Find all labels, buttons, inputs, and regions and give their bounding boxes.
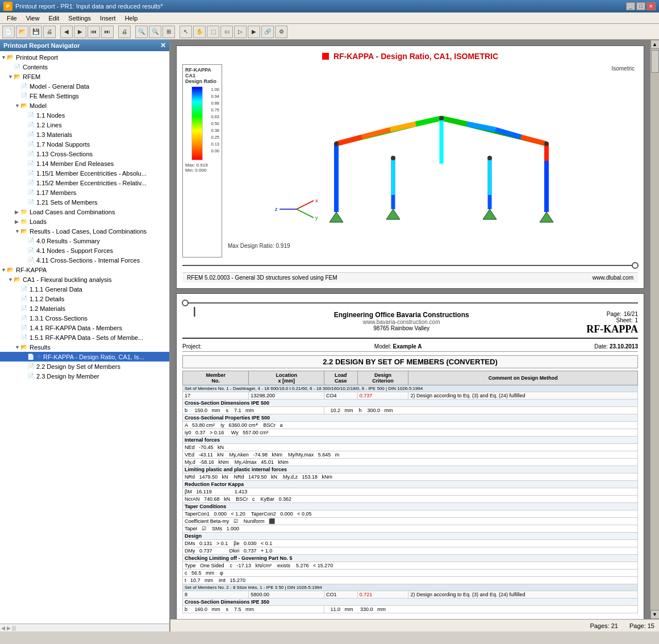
tree-item-results-lc[interactable]: ▼📂Results - Load Cases, Load Combination… bbox=[0, 226, 169, 236]
tree-item-results-summary[interactable]: 📄4.0 Results - Summary bbox=[0, 236, 169, 246]
tools-button[interactable]: ⚙ bbox=[275, 26, 287, 38]
menu-edit[interactable]: Edit bbox=[44, 14, 64, 23]
tree-item-details[interactable]: 📄1.1.2 Details bbox=[0, 294, 169, 304]
member-row-8: 8 5800.00 CO1 0.721 2) Design according … bbox=[183, 591, 638, 599]
tree-item-member-ecc-abs[interactable]: 📄1.15/1 Member Eccentricities - Absolu..… bbox=[0, 168, 169, 178]
open-button[interactable]: 📂 bbox=[16, 26, 28, 38]
tree-item-results2[interactable]: ▼📂Results bbox=[0, 342, 169, 352]
close-button[interactable]: ✕ bbox=[647, 2, 656, 10]
window-controls[interactable]: _ □ ✕ bbox=[626, 2, 656, 10]
tree-item-nodal-supports[interactable]: 📄1.7 Nodal Supports bbox=[0, 139, 169, 149]
forward-button[interactable]: ▶ bbox=[74, 26, 86, 38]
company-name: Engineering Office Bavaria Constructions bbox=[216, 311, 586, 319]
content-with-scroll: RF-KAPPA - Design Ratio, CA1, ISOMETRIC … bbox=[170, 40, 659, 619]
tree-item-lines[interactable]: 📄1.2 Lines bbox=[0, 120, 169, 130]
taper-label: Taper Conditions bbox=[183, 503, 638, 510]
save-button[interactable]: 💾 bbox=[30, 26, 42, 38]
cross-section-2-label: Cross-Section Dimensions IPE 350 bbox=[183, 599, 638, 606]
tree-item-general-data[interactable]: 📄1.1.1 General Data bbox=[0, 284, 169, 294]
tree-item-members[interactable]: 📄1.17 Members bbox=[0, 188, 169, 197]
tree-item-printout[interactable]: ▼📂Printout Report bbox=[0, 52, 169, 62]
scroll-down-button[interactable]: ▼ bbox=[650, 610, 660, 619]
tree-item-rf-kappa-members[interactable]: 📄1.4.1 RF-KAPPA Data - Members bbox=[0, 323, 169, 333]
select4-button[interactable]: ▶ bbox=[248, 26, 260, 38]
force-row-myd: My,d -58.16 kNm My,Almax 45.01 kNm bbox=[183, 459, 638, 466]
zoom-out-button[interactable]: 🔍 bbox=[149, 26, 161, 38]
tree-item-materials2[interactable]: 📄1.2 Materials bbox=[0, 304, 169, 313]
select-button[interactable]: ⬚ bbox=[207, 26, 219, 38]
navigator-close[interactable]: ✕ bbox=[160, 41, 166, 49]
scroll-thumb[interactable] bbox=[651, 50, 659, 73]
back-button[interactable]: ◀ bbox=[60, 26, 73, 38]
tree-item-sets-members[interactable]: 📄1.21 Sets of Members bbox=[0, 197, 169, 207]
page-label: Page: bbox=[607, 311, 622, 317]
zoom-fit-button[interactable]: ⊞ bbox=[162, 26, 175, 38]
checking-label: Checking Limiting off - Governing Part N… bbox=[183, 555, 638, 562]
member-no-2: 8 bbox=[183, 591, 249, 599]
company-url: www.bavaria-construction.com bbox=[216, 319, 586, 325]
minimize-button[interactable]: _ bbox=[626, 2, 635, 10]
tree-item-nodes-support[interactable]: 📄4.1 Nodes - Support Forces bbox=[0, 246, 169, 255]
select3-button[interactable]: ▷ bbox=[234, 26, 247, 38]
select2-button[interactable]: ▭ bbox=[220, 26, 233, 38]
design-row-1: DMs 0.131 > 0.1 βe 0.030 < 0.1 bbox=[183, 540, 638, 547]
tree-item-member-end-releases[interactable]: 📄1.14 Member End Releases bbox=[0, 159, 169, 168]
nav-hscroll[interactable]: ◀ ▶ ||| bbox=[0, 624, 169, 631]
zoom-in-button[interactable]: 🔍 bbox=[135, 26, 148, 38]
tree-item-rfem[interactable]: ▼📂RFEM bbox=[0, 72, 169, 81]
maximize-button[interactable]: □ bbox=[636, 2, 645, 10]
menu-help[interactable]: Help bbox=[120, 14, 143, 23]
separator-3 bbox=[132, 26, 134, 38]
force-row-ned: NEd -70.45 kN bbox=[183, 444, 638, 451]
dim-b: b 150.0 mm s 7.1 mm bbox=[183, 407, 324, 414]
check-t: t 10.7 mm imt 15.270 bbox=[183, 577, 638, 584]
tree-item-design-by-member[interactable]: 📄2.3 Design by Member bbox=[0, 371, 169, 381]
page-info: Page:16/21 Sheet:1 RF-KAPPA bbox=[586, 311, 638, 335]
reduction-bm: βM 16.119 1.413 bbox=[183, 488, 638, 496]
tree-item-cross-internal[interactable]: 📄4.11 Cross-Sections - Internal Forces bbox=[0, 255, 169, 265]
tree-item-model[interactable]: ▼📂Model bbox=[0, 101, 169, 110]
design-dmy: DMy 0.737 Dkiri 0.737 + 1.0 bbox=[183, 547, 638, 555]
cursor-button[interactable]: ↖ bbox=[180, 26, 192, 38]
tree-item-member-ecc-rel[interactable]: 📄1.15/2 Member Eccentricities - Relativ.… bbox=[0, 178, 169, 188]
cross-section-title-row: Cross-Section Dimensions IPE 500 bbox=[183, 400, 638, 407]
scroll-up-button[interactable]: ▲ bbox=[650, 40, 660, 49]
company-project: 98765 Rainbow Valley bbox=[216, 325, 586, 331]
tree-item-cross-sections[interactable]: 📄1.13 Cross-Sections bbox=[0, 149, 169, 159]
tree-item-loads[interactable]: ▶📁Loads bbox=[0, 217, 169, 226]
menu-view[interactable]: View bbox=[22, 14, 44, 23]
tree-item-design-ratio[interactable]: 📄👁RF-KAPPA - Design Ratio, CA1, Is... bbox=[0, 352, 169, 362]
tree-item-load-cases[interactable]: ▶📁Load Cases and Combinations bbox=[0, 207, 169, 217]
tree-item-cross-sections2[interactable]: 📄1.3.1 Cross-Sections bbox=[0, 313, 169, 323]
tree-item-model-general[interactable]: 📄Model - General Data bbox=[0, 81, 169, 91]
tree-label-member-end-releases: 1.14 Member End Releases bbox=[36, 160, 114, 167]
first-button[interactable]: ⏮ bbox=[87, 26, 100, 38]
check-type: Type One Sided c -17.13 kN/cm² exists 5.… bbox=[183, 562, 638, 570]
tree-item-materials[interactable]: 📄1.3 Materials bbox=[0, 130, 169, 139]
menu-insert[interactable]: Insert bbox=[95, 14, 120, 23]
tree-item-ca1[interactable]: ▼📂CA1 - Flexural buckling analysis bbox=[0, 275, 169, 284]
tree-item-contents[interactable]: 📄Contents bbox=[0, 62, 169, 72]
new-button[interactable]: 📄 bbox=[2, 26, 15, 38]
prop-row-1: A 53.80 cm² Iy 6360.00 cm⁴ BSCr a bbox=[183, 422, 638, 429]
print-button[interactable]: 🖨 bbox=[43, 26, 56, 38]
vertical-scrollbar[interactable]: ▲ ▼ bbox=[650, 40, 659, 619]
page-view[interactable]: RF-KAPPA - Design Ratio, CA1, ISOMETRIC … bbox=[170, 40, 650, 619]
legend-min: Min: 0.000 bbox=[185, 168, 219, 173]
menu-file[interactable]: File bbox=[2, 14, 22, 23]
last-button[interactable]: ⏭ bbox=[101, 26, 114, 38]
tree-item-rf-kappa[interactable]: ▼📂RF-KAPPA bbox=[0, 265, 169, 275]
tree-item-fe-mesh[interactable]: 📄FE Mesh Settings bbox=[0, 91, 169, 101]
tree-item-rf-kappa-sets[interactable]: 📄1.5.1 RF-KAPPA Data - Sets of Membe... bbox=[0, 333, 169, 342]
link-button[interactable]: 🔗 bbox=[261, 26, 274, 38]
location-2: 5800.00 bbox=[249, 591, 324, 599]
navigator-tree[interactable]: ▼📂Printout Report📄Contents▼📂RFEM📄Model -… bbox=[0, 51, 169, 624]
hand-button[interactable]: ✋ bbox=[193, 26, 206, 38]
print2-button[interactable]: 🖨 bbox=[118, 26, 131, 38]
status-bar: Pages: 21 Page: 15 bbox=[170, 619, 659, 631]
page-separator bbox=[182, 262, 638, 269]
menu-settings[interactable]: Settings bbox=[64, 14, 95, 23]
tree-item-nodes[interactable]: 📄1.1 Nodes bbox=[0, 110, 169, 120]
tree-item-design-by-set[interactable]: 📄2.2 Design by Set of Members bbox=[0, 362, 169, 371]
tree-label-nodes-support: 4.1 Nodes - Support Forces bbox=[36, 247, 113, 254]
